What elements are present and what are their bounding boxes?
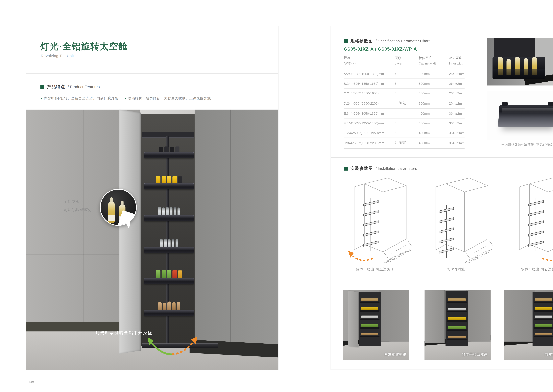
open-door [119,110,141,354]
catalog-spread: 灯光·全铝旋转太空舱 Revolving Tall Unit 产品特点 / Pr… [0,0,553,392]
photo-caption: 篮体平拉出效果 [462,352,488,357]
spec-heading: 规格参数图 / Specification Parameter Chart [344,38,429,44]
effect-photo-pullout: 篮体平拉出效果 [425,290,491,360]
table-row: C:244*505*(1650-1950)mm6300mm264 ±2mm [344,88,464,98]
effect-photo-left-rotate: 向左旋转效果 [343,290,409,360]
basket [144,266,194,284]
install-diagram-middle: 柜内深度 ≥520mm [419,175,495,263]
green-square-icon [344,167,348,170]
basket [144,298,194,316]
col-header: 规格(W*D*H) [344,55,395,69]
green-square-icon [344,39,348,43]
table-row: E:344*505*(1050-1350)mm4400mm364 ±2mm [344,109,464,118]
features-heading: 产品特点 / Product Features [40,84,100,90]
feature-item: 联动结构、省力静音、大容量大收纳、二边氛围光源 [125,96,211,101]
col-header: 层数Layer [395,55,419,69]
diagram-caption: 篮体平拉出 [419,267,495,272]
install-diagram-left: 柜内深度 ≥520mm [337,175,413,263]
divider [331,281,553,281]
green-square-icon [40,85,44,89]
install-diagram-right [502,175,553,263]
bullet-icon [41,98,42,99]
right-page: 规格参数图 / Specification Parameter Chart GS… [331,26,553,370]
spec-table: 规格(W*D*H) 层数Layer 柜体宽度Cabinet width 柜内宽度… [344,55,464,148]
feature-item: 内含8轴承旋转、全铝合金支架、内嵌硅胶灯条 [41,96,118,101]
table-row: F:344*505*(1350-1650)mm5400mm364 ±2mm [344,118,464,128]
model-number: GS05-01XZ·A / GS05-01XZ-WP·A [344,47,417,51]
table-row: H:344*505*(1950-2200)mm6 (加高)400mm364 ±2… [344,138,464,148]
page-title: 灯光·全铝旋转太空舱 [40,40,128,52]
rotation-arrows [139,335,201,358]
photo-caption: 向左旋转效果 [385,352,407,357]
photo-caption: 向右旋转效果 [545,352,553,357]
basket [144,235,194,253]
table-row: A:244*505*(1050-1350)mm4300mm264 ±2mm [344,69,464,79]
basket [144,171,194,189]
basket [144,203,194,221]
diagram-caption: 篮体平拉出 向左边旋转 [337,267,413,272]
table-header-row: 规格(W*D*H) 层数Layer 柜体宽度Cabinet width 柜内宽度… [344,55,464,69]
pagenum-bar [26,380,27,385]
table-row: D:244*505*(1950-2200)mm6 (加高)300mm264 ±2… [344,98,464,109]
spec-photo-basket [487,38,553,85]
spec-photo-glass-basket [487,91,553,140]
svg-text:柜内深度 ≥520mm: 柜内深度 ≥520mm [383,248,411,263]
col-header: 柜体宽度Cabinet width [419,55,449,69]
table-row: B:244*505*(1350-1650)mm5300mm264 ±2mm [344,79,464,88]
photo-annotation: 灯光轴承旋转全铝平开拉篮 [96,330,152,336]
right-cabinet [194,110,278,350]
table-row: G:344*505*(1650-1950)mm6400mm364 ±2mm [344,128,464,138]
bullet-icon [125,98,126,99]
install-heading: 安装参数图 / Installation parameters [344,166,417,171]
divider [27,73,278,74]
basket [144,140,194,158]
callout-label: 全铝支架 前后氛围硅胶灯 [64,197,92,214]
main-product-photo: 全铝支架 前后氛围硅胶灯 灯光轴承旋转全铝平开拉篮 [27,110,278,370]
diagram-caption: 篮体平拉出 向右边旋转 [502,267,553,272]
col-header: 柜内宽度Inner width [449,55,464,69]
effect-photo-right-rotate: 向右旋转效果 [504,290,553,360]
left-page: 灯光·全铝旋转太空舱 Revolving Tall Unit 产品特点 / Pr… [26,26,278,370]
svg-text:柜内深度 ≥520mm: 柜内深度 ≥520mm [464,248,493,263]
page-subtitle: Revolving Tall Unit [41,54,74,58]
divider [331,157,553,158]
spec-photo-caption: 全内部榫卯结构玻璃篮 ·不见任何螺丝 [487,143,553,147]
page-number-left: 143 [26,380,34,385]
